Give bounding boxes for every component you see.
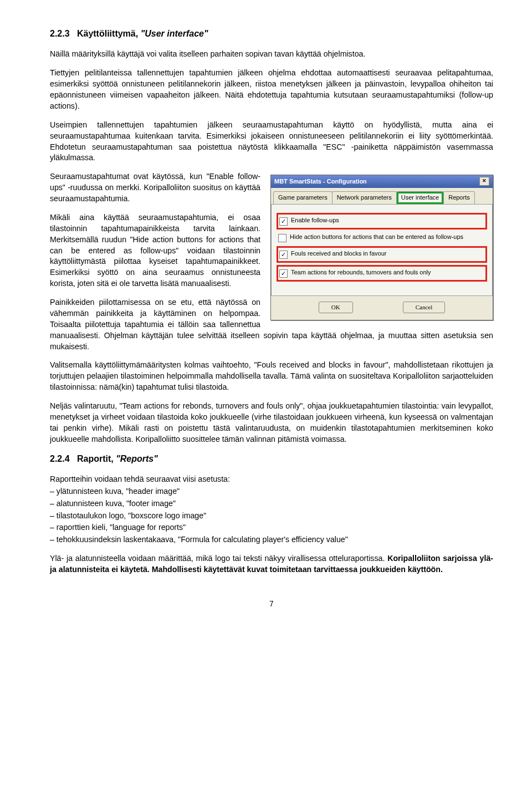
close-icon[interactable]: ✕ — [479, 177, 489, 186]
checkbox-icon[interactable] — [278, 234, 287, 242]
option-team-actions: ✓ Team actions for rebounds, turnovers a… — [278, 267, 485, 280]
section-title-plain: Raportit, — [77, 454, 114, 463]
dialog-titlebar: MBT SmartStats - Configuration ✕ — [271, 175, 493, 188]
section-number: 2.2.3 — [50, 29, 70, 38]
settings-list: ylätunnisteen kuva, "header image" alatu… — [50, 486, 493, 545]
paragraph: Ylä- ja alatunnisteella voidaan määrittä… — [50, 553, 493, 575]
section-title-italic: "User interface" — [141, 29, 208, 38]
dialog-button-row: OK Cancel — [271, 296, 493, 320]
text: Ylä- ja alatunnisteella voidaan määrittä… — [50, 554, 387, 563]
paragraph: Valitsemalla käyttöliittymämääritysten k… — [50, 360, 493, 393]
section-title-plain: Käyttöliittymä, — [77, 29, 138, 38]
section-title-italic: "Reports" — [116, 454, 158, 463]
tab-game-parameters[interactable]: Game parameters — [273, 191, 332, 203]
ok-button[interactable]: OK — [319, 302, 353, 313]
cancel-button[interactable]: Cancel — [403, 302, 446, 313]
list-item: tilastotaulukon logo, "boxscore logo ima… — [50, 511, 493, 522]
option-label: Enable follow-ups — [291, 217, 484, 225]
paragraph: Useimpien tallennettujen tapahtumien jäl… — [50, 120, 493, 164]
paragraph: Näillä määrityksillä käyttäjä voi valita… — [50, 49, 493, 60]
list-item: raporttien kieli, "language for reports" — [50, 522, 493, 533]
section-heading-2: 2.2.4 Raportit, "Reports" — [50, 453, 493, 465]
tab-strip: Game parameters Network parameters User … — [271, 188, 493, 203]
tab-network-parameters[interactable]: Network parameters — [332, 191, 397, 203]
option-label: Team actions for rebounds, turnovers and… — [291, 269, 484, 277]
tab-reports[interactable]: Reports — [443, 191, 475, 203]
option-fouls-received-blocks: ✓ Fouls received and blocks in favour — [278, 248, 485, 261]
checkbox-icon[interactable]: ✓ — [279, 217, 288, 226]
list-item: ylätunnisteen kuva, "header image" — [50, 486, 493, 497]
section-heading-1: 2.2.3 Käyttöliittymä, "User interface" — [50, 28, 493, 40]
section-number: 2.2.4 — [50, 454, 70, 463]
paragraph: Neljäs valintaruutu, "Team actions for r… — [50, 401, 493, 445]
dialog-title: MBT SmartStats - Configuration — [274, 177, 367, 186]
option-enable-followups: ✓ Enable follow-ups — [278, 215, 485, 228]
list-item: tehokkuusindeksin laskentakaava, "Formul… — [50, 534, 493, 545]
config-dialog: MBT SmartStats - Configuration ✕ Game pa… — [270, 175, 493, 320]
checkbox-icon[interactable]: ✓ — [279, 269, 288, 278]
option-label: Hide action buttons for actions that can… — [290, 233, 485, 241]
paragraph: Raportteihin voidaan tehdä seuraavat vii… — [50, 474, 493, 485]
option-hide-action-buttons: Hide action buttons for actions that can… — [278, 233, 485, 242]
checkbox-icon[interactable]: ✓ — [279, 251, 288, 259]
config-dialog-figure: MBT SmartStats - Configuration ✕ Game pa… — [270, 175, 493, 320]
option-label: Fouls received and blocks in favour — [291, 250, 484, 258]
tab-user-interface[interactable]: User interface — [396, 191, 444, 203]
page-number: 7 — [50, 599, 493, 610]
list-item: alatunnisteen kuva, "footer image" — [50, 498, 493, 509]
tab-panel: ✓ Enable follow-ups Hide action buttons … — [271, 204, 493, 296]
paragraph: Tiettyjen pelitilanteissa tallennettujen… — [50, 68, 493, 112]
